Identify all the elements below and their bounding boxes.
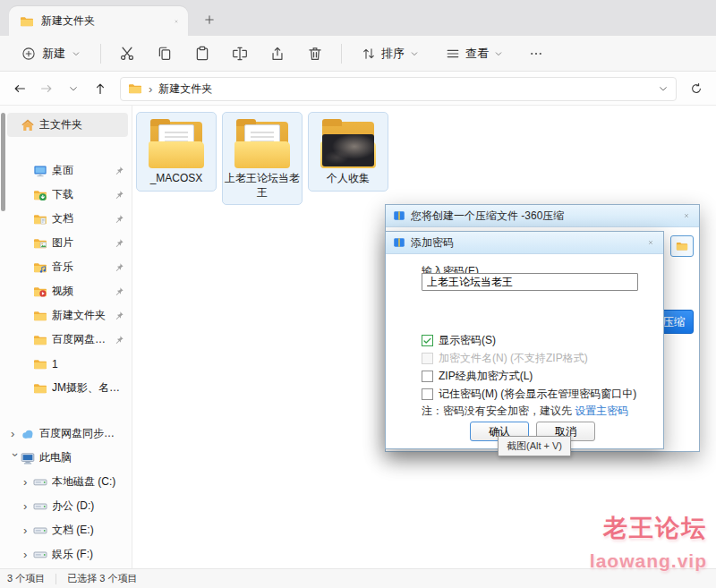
sidebar-item-label: 桌面 xyxy=(52,163,110,178)
refresh-icon xyxy=(690,82,703,95)
toolbar-action-icon xyxy=(194,46,210,62)
sidebar-item-label: 此电脑 xyxy=(39,450,124,465)
file-item-macosx[interactable]: _MACOSX xyxy=(137,113,216,191)
checkbox-zip-classic[interactable]: ZIP经典加密方式(L) xyxy=(422,368,636,385)
checkbox-label: 加密文件名(N) (不支持ZIP格式) xyxy=(439,351,588,366)
sidebar-item-drive-d[interactable]: 办公 (D:) xyxy=(7,494,128,518)
sidebar-item-label: 主文件夹 xyxy=(39,117,124,132)
sidebar-item-folder-1[interactable]: 1 xyxy=(7,352,128,376)
checkbox-encrypt-filename[interactable]: 加密文件名(N) (不支持ZIP格式) xyxy=(422,350,636,367)
paste-button[interactable] xyxy=(187,39,217,68)
sidebar-item-baidu-sync[interactable]: 百度网盘同步空间 xyxy=(7,422,128,446)
chevron-icon xyxy=(23,524,33,536)
add-password-dialog-titlebar[interactable]: 添加密码 xyxy=(386,232,663,254)
rename-button[interactable] xyxy=(225,39,255,68)
sidebar-item-music[interactable]: 音乐 xyxy=(7,255,128,279)
tab-close-icon[interactable] xyxy=(172,17,181,26)
scrollbar-thumb[interactable] xyxy=(1,113,5,211)
more-icon xyxy=(529,47,543,61)
more-button[interactable] xyxy=(521,39,551,68)
browse-button[interactable] xyxy=(670,235,694,257)
forward-button[interactable] xyxy=(34,76,59,101)
checkbox[interactable] xyxy=(422,335,433,346)
checkbox[interactable] xyxy=(422,371,433,382)
cut-button[interactable] xyxy=(112,39,142,68)
share-button[interactable] xyxy=(262,39,293,68)
new-tab-button[interactable] xyxy=(200,11,218,29)
navigation-bar: 新建文件夹 xyxy=(0,72,716,106)
password-dialog-close-icon[interactable] xyxy=(645,237,656,248)
delete-button[interactable] xyxy=(300,39,330,68)
back-button[interactable] xyxy=(7,76,32,101)
sidebar-item-pictures[interactable]: 图片 xyxy=(7,231,128,255)
sidebar-item-icon xyxy=(33,524,47,538)
set-master-password-link[interactable]: 设置主密码 xyxy=(575,405,628,417)
folder-icon xyxy=(148,120,205,168)
check-icon xyxy=(422,336,432,345)
chevron-icon xyxy=(23,476,33,488)
address-dropdown-icon[interactable] xyxy=(658,83,669,94)
add-password-dialog-title: 添加密码 xyxy=(411,235,640,251)
breadcrumb-bar[interactable]: 新建文件夹 xyxy=(120,77,677,101)
sidebar-item-videos[interactable]: 视频 xyxy=(7,279,128,303)
sidebar-item-downloads[interactable]: 下载 xyxy=(7,183,128,207)
toolbar-action-icon xyxy=(232,46,248,62)
sidebar-item-home[interactable]: 主文件夹 xyxy=(7,113,128,137)
sidebar-scrollbar[interactable] xyxy=(1,113,5,561)
sort-button[interactable]: 排序 xyxy=(353,40,428,67)
chevron-down-icon xyxy=(68,83,79,94)
sidebar-item-drive-c[interactable]: 本地磁盘 (C:) xyxy=(7,470,128,494)
toolbar-action-icon xyxy=(307,46,323,62)
recent-locations-button[interactable] xyxy=(61,76,86,101)
view-button[interactable]: 查看 xyxy=(437,40,512,67)
sidebar-item-label: 办公 (D:) xyxy=(52,499,124,514)
copy-button[interactable] xyxy=(149,39,180,68)
sidebar-item-label: 文档 (E:) xyxy=(52,523,124,538)
sidebar-item-label: 视频 xyxy=(52,284,110,299)
up-button[interactable] xyxy=(88,76,113,101)
sidebar-list: 主文件夹 桌面 下载 xyxy=(4,106,132,567)
file-item-personal[interactable]: 个人收集 xyxy=(309,113,388,191)
new-button[interactable]: 新建 xyxy=(13,40,90,67)
sidebar-item-icon xyxy=(33,212,47,226)
sidebar-item-icon xyxy=(33,285,47,299)
view-button-label: 查看 xyxy=(465,46,489,62)
sidebar-item-label: 百度网盘下载 xyxy=(52,332,110,347)
sidebar-item-label: 娱乐 (F:) xyxy=(52,547,124,562)
sidebar-item-desktop[interactable]: 桌面 xyxy=(7,158,128,183)
checkbox-remember-password[interactable]: 记住密码(M) (将会显示在管理密码窗口中) xyxy=(422,386,636,403)
zip-dialog-close-icon[interactable] xyxy=(681,210,692,221)
sidebar-item-documents[interactable]: 文档 xyxy=(7,207,128,231)
toolbar-action-icon xyxy=(269,46,286,62)
refresh-button[interactable] xyxy=(684,76,709,101)
sidebar-item-drive-f[interactable]: 娱乐 (F:) xyxy=(7,542,128,567)
pin-icon xyxy=(114,286,124,297)
sidebar-item-icon xyxy=(33,475,47,490)
sidebar-item-icon xyxy=(33,164,47,178)
sidebar-item-baidu-download[interactable]: 百度网盘下载 xyxy=(7,328,128,352)
sidebar-item-new-folder[interactable]: 新建文件夹 xyxy=(7,303,128,328)
new-icon xyxy=(21,47,36,61)
sidebar-item-this-pc[interactable]: 此电脑 xyxy=(7,446,128,470)
sidebar-item-icon xyxy=(21,427,35,441)
zip-create-dialog-titlebar[interactable]: 您将创建一个压缩文件 -360压缩 xyxy=(386,205,699,227)
checkbox-show-password[interactable]: 显示密码(S) xyxy=(422,332,636,349)
explorer-tab[interactable]: 新建文件夹 xyxy=(9,6,188,36)
sidebar-item-jm[interactable]: JM摄影、名誉伴 xyxy=(7,376,128,400)
toolbar-divider xyxy=(100,44,101,64)
plus-icon xyxy=(203,13,216,26)
sidebar-item-label: 下载 xyxy=(52,187,110,202)
file-item-laowang[interactable]: 上老王论坛当老王 xyxy=(223,113,302,204)
chevron-down-icon xyxy=(410,49,419,58)
sidebar-item-label: 文档 xyxy=(52,211,110,226)
folder-icon xyxy=(320,120,377,168)
new-button-label: 新建 xyxy=(42,46,65,62)
checkbox[interactable] xyxy=(422,353,433,364)
breadcrumb-item[interactable]: 新建文件夹 xyxy=(158,81,212,97)
sidebar-item-drive-e[interactable]: 文档 (E:) xyxy=(7,518,128,542)
toolbar-action-icon xyxy=(119,46,135,62)
password-input[interactable] xyxy=(422,273,638,291)
sidebar-item-icon xyxy=(33,357,47,371)
sort-button-label: 排序 xyxy=(381,46,405,62)
checkbox[interactable] xyxy=(422,388,433,400)
